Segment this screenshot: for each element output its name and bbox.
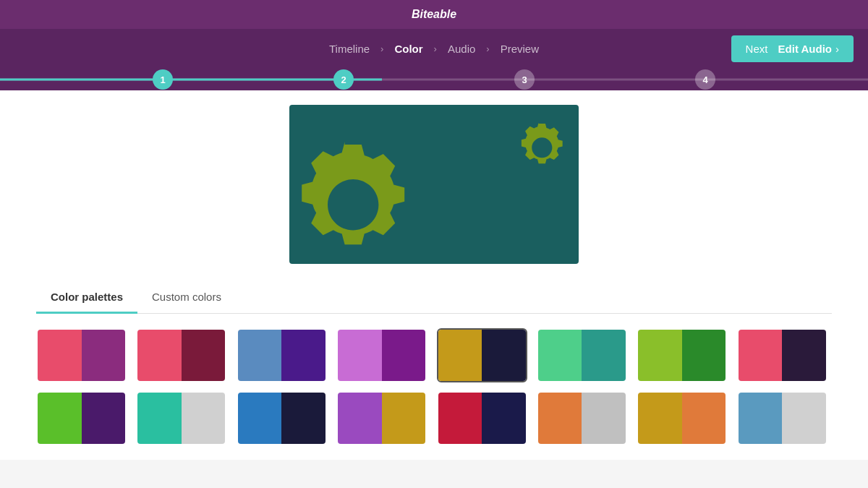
palette-color-swatch (582, 393, 626, 444)
palette-item-15[interactable] (637, 391, 727, 445)
palette-item-13[interactable] (437, 391, 527, 445)
palette-color-swatch (382, 393, 426, 444)
palette-color-swatch (739, 330, 783, 381)
palette-color-swatch (582, 330, 626, 381)
tab-custom-colors[interactable]: Custom colors (137, 282, 236, 314)
palette-color-swatch (482, 393, 526, 444)
palette-item-1[interactable] (36, 328, 127, 382)
nav-step-audio[interactable]: Audio (441, 43, 482, 55)
palette-item-7[interactable] (637, 328, 727, 382)
next-edit-audio-button[interactable]: Next Edit Audio › (731, 35, 854, 62)
progress-step-4[interactable]: 4 (695, 69, 715, 90)
chevron-icon-1: › (380, 43, 383, 54)
palette-item-11[interactable] (237, 391, 327, 445)
top-bar: Biteable (0, 0, 868, 29)
palette-item-16[interactable] (737, 391, 827, 445)
palettes-grid (36, 328, 832, 445)
chevron-right-icon: › (835, 43, 839, 55)
nav-step-timeline[interactable]: Timeline (322, 43, 377, 55)
progress-steps: 1 2 3 4 (0, 69, 868, 90)
palette-color-swatch (137, 330, 182, 381)
progress-bar: 1 2 3 4 (0, 69, 868, 90)
palette-item-5[interactable] (437, 328, 527, 382)
palette-item-8[interactable] (737, 328, 827, 382)
progress-step-1[interactable]: 1 (153, 69, 173, 90)
preview-container (289, 105, 579, 264)
main-content: Color palettes Custom colors (0, 90, 868, 460)
palette-color-swatch (281, 393, 326, 444)
app-title: Biteable (412, 8, 456, 21)
palette-color-swatch (482, 330, 526, 381)
nav-bar: Timeline › Color › Audio › Preview Next … (0, 29, 868, 69)
palette-color-swatch (82, 393, 126, 444)
progress-step-2[interactable]: 2 (333, 69, 354, 90)
progress-step-3[interactable]: 3 (514, 69, 535, 90)
palette-item-2[interactable] (136, 328, 226, 382)
palette-color-swatch (682, 330, 726, 381)
palette-item-4[interactable] (336, 328, 427, 382)
palette-color-swatch (438, 330, 482, 381)
chevron-icon-2: › (434, 43, 437, 54)
nav-step-preview[interactable]: Preview (493, 43, 546, 55)
palette-item-10[interactable] (136, 391, 226, 445)
palette-item-3[interactable] (237, 328, 327, 382)
palette-color-swatch (182, 330, 226, 381)
palette-color-swatch (782, 330, 826, 381)
nav-step-color[interactable]: Color (387, 43, 430, 55)
palette-color-swatch (182, 393, 226, 444)
palette-color-swatch (682, 393, 726, 444)
nav-steps: Timeline › Color › Audio › Preview (322, 43, 546, 55)
palette-color-swatch (438, 393, 482, 444)
palette-color-swatch (538, 393, 582, 444)
palette-color-swatch (238, 330, 282, 381)
palette-item-14[interactable] (537, 391, 627, 445)
palette-color-swatch (638, 393, 682, 444)
palette-color-swatch (137, 393, 182, 444)
palette-color-swatch (782, 393, 826, 444)
palette-color-swatch (281, 330, 326, 381)
palette-color-swatch (338, 393, 382, 444)
palette-item-12[interactable] (336, 391, 427, 445)
chevron-icon-3: › (486, 43, 489, 54)
palette-color-swatch (638, 330, 682, 381)
palette-color-swatch (38, 393, 82, 444)
palette-color-swatch (82, 330, 126, 381)
palette-color-swatch (382, 330, 426, 381)
gear-large-icon (289, 134, 427, 264)
gear-small-icon (514, 119, 571, 177)
palette-item-9[interactable] (36, 391, 127, 445)
tabs-container: Color palettes Custom colors (36, 282, 832, 314)
palette-item-6[interactable] (537, 328, 627, 382)
palette-color-swatch (739, 393, 783, 444)
palette-color-swatch (538, 330, 582, 381)
palette-color-swatch (238, 393, 282, 444)
palette-color-swatch (38, 330, 82, 381)
palette-color-swatch (338, 330, 382, 381)
tab-color-palettes[interactable]: Color palettes (36, 282, 137, 314)
